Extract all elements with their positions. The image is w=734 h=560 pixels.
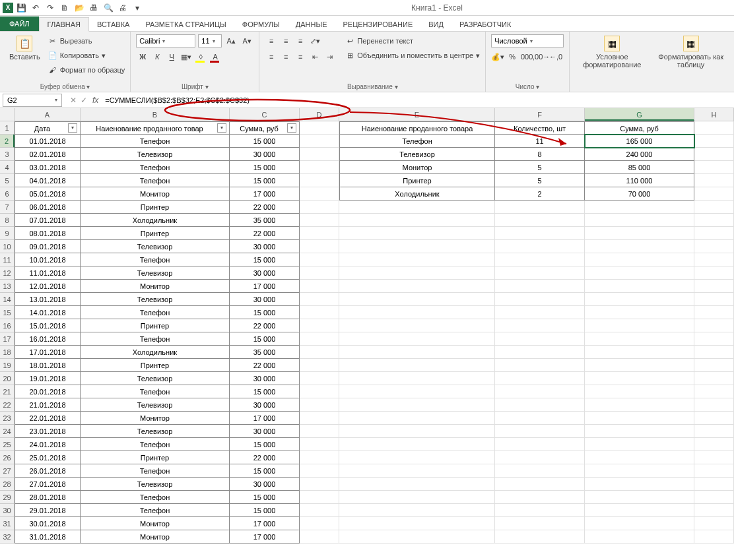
cell[interactable] bbox=[694, 504, 734, 517]
cell[interactable] bbox=[300, 451, 339, 464]
filter-dropdown-icon[interactable]: ▾ bbox=[217, 123, 226, 133]
cell[interactable]: 29.01.2018 bbox=[15, 504, 81, 517]
cell[interactable] bbox=[694, 425, 734, 438]
cell[interactable]: Телевизор bbox=[81, 266, 230, 280]
cell[interactable] bbox=[300, 359, 339, 372]
row-header[interactable]: 26 bbox=[0, 451, 15, 464]
cell[interactable] bbox=[694, 412, 734, 425]
formula-input[interactable] bbox=[102, 94, 734, 107]
border-button[interactable]: ▦▾ bbox=[180, 50, 193, 63]
cell[interactable] bbox=[694, 266, 734, 280]
cell[interactable]: Телефон bbox=[81, 161, 230, 174]
cell[interactable]: 35 000 bbox=[230, 346, 300, 359]
cell[interactable] bbox=[585, 280, 694, 293]
align-bottom-icon[interactable]: ≡ bbox=[294, 34, 307, 47]
cell[interactable] bbox=[300, 464, 339, 478]
cell[interactable] bbox=[585, 306, 694, 319]
cell[interactable] bbox=[339, 372, 495, 385]
row-header[interactable]: 9 bbox=[0, 227, 15, 240]
tab-data[interactable]: ДАННЫЕ bbox=[288, 18, 335, 31]
row-header[interactable]: 20 bbox=[0, 372, 15, 385]
cell[interactable]: 165 000 bbox=[585, 135, 694, 148]
cell[interactable] bbox=[694, 530, 734, 544]
cell[interactable]: Телефон bbox=[81, 491, 230, 504]
italic-button[interactable]: К bbox=[150, 50, 164, 63]
cut-button[interactable]: ✂Вырезать bbox=[48, 34, 125, 47]
cell[interactable]: 13.01.2018 bbox=[15, 293, 81, 306]
row-header[interactable]: 14 bbox=[0, 293, 15, 306]
cell[interactable] bbox=[339, 359, 495, 372]
cell[interactable] bbox=[300, 530, 339, 544]
cell[interactable] bbox=[339, 491, 495, 504]
cell[interactable]: Монитор bbox=[81, 187, 230, 201]
cell[interactable]: 11 bbox=[495, 135, 585, 148]
cell[interactable] bbox=[495, 266, 585, 280]
decrease-font-icon[interactable]: A▾ bbox=[240, 34, 253, 47]
cell[interactable]: Наиенование проданного товар▾ bbox=[81, 121, 230, 135]
cell[interactable] bbox=[585, 214, 694, 227]
cell[interactable] bbox=[495, 438, 585, 451]
cell[interactable]: 30 000 bbox=[230, 240, 300, 253]
cell[interactable]: Сумма, руб▾ bbox=[230, 121, 300, 135]
cell[interactable]: Телефон bbox=[81, 306, 230, 319]
cell[interactable] bbox=[585, 201, 694, 214]
cell[interactable] bbox=[694, 227, 734, 240]
cell[interactable]: Телефон bbox=[81, 504, 230, 517]
cell[interactable] bbox=[585, 372, 694, 385]
cell[interactable]: 17.01.2018 bbox=[15, 346, 81, 359]
cell[interactable] bbox=[694, 385, 734, 398]
cell[interactable] bbox=[339, 451, 495, 464]
cell[interactable] bbox=[495, 464, 585, 478]
cell[interactable] bbox=[495, 201, 585, 214]
cell[interactable]: 35 000 bbox=[230, 214, 300, 227]
cell[interactable] bbox=[339, 438, 495, 451]
select-all-corner[interactable] bbox=[0, 108, 15, 121]
row-header[interactable]: 10 bbox=[0, 240, 15, 253]
save-icon[interactable]: 💾 bbox=[16, 3, 26, 13]
cell[interactable] bbox=[300, 412, 339, 425]
print-icon[interactable]: 🖶 bbox=[88, 3, 99, 13]
tab-formulas[interactable]: ФОРМУЛЫ bbox=[234, 18, 288, 31]
cell[interactable] bbox=[339, 517, 495, 530]
cell[interactable] bbox=[300, 148, 339, 161]
cell[interactable]: Холодильник bbox=[81, 214, 230, 227]
cell[interactable]: 22 000 bbox=[230, 201, 300, 214]
cell[interactable]: Телефон bbox=[339, 135, 495, 148]
cell[interactable] bbox=[495, 319, 585, 332]
cell[interactable] bbox=[694, 280, 734, 293]
cell[interactable]: 17 000 bbox=[230, 187, 300, 201]
cell[interactable]: 30 000 bbox=[230, 293, 300, 306]
cell[interactable] bbox=[300, 504, 339, 517]
cell[interactable]: 09.01.2018 bbox=[15, 240, 81, 253]
cell[interactable]: 31.01.2018 bbox=[15, 530, 81, 544]
cell[interactable] bbox=[300, 174, 339, 187]
cell[interactable]: 10.01.2018 bbox=[15, 253, 81, 266]
cell[interactable] bbox=[300, 319, 339, 332]
align-right-icon[interactable]: ≡ bbox=[294, 50, 307, 63]
cell[interactable]: 17 000 bbox=[230, 530, 300, 544]
font-size-combo[interactable]: 11▾ bbox=[198, 34, 222, 47]
cell[interactable] bbox=[300, 306, 339, 319]
cell[interactable]: Принтер bbox=[81, 359, 230, 372]
cell[interactable]: 15 000 bbox=[230, 385, 300, 398]
cell[interactable] bbox=[694, 253, 734, 266]
align-center-icon[interactable]: ≡ bbox=[279, 50, 292, 63]
tab-home[interactable]: ГЛАВНАЯ bbox=[39, 17, 89, 32]
cell[interactable] bbox=[694, 201, 734, 214]
cell[interactable] bbox=[585, 412, 694, 425]
cell[interactable] bbox=[339, 266, 495, 280]
cell[interactable]: Телевизор bbox=[81, 240, 230, 253]
format-painter-button[interactable]: 🖌Формат по образцу bbox=[48, 63, 125, 77]
cell[interactable] bbox=[300, 372, 339, 385]
cell[interactable]: 30 000 bbox=[230, 425, 300, 438]
paste-button[interactable]: 📋 Вставить bbox=[5, 34, 44, 62]
cell[interactable]: 12.01.2018 bbox=[15, 280, 81, 293]
cell[interactable]: 5 bbox=[495, 174, 585, 187]
cell[interactable] bbox=[339, 319, 495, 332]
orientation-icon[interactable]: ⤢▾ bbox=[308, 34, 321, 47]
cell[interactable]: 22 000 bbox=[230, 451, 300, 464]
cell[interactable]: Холодильник bbox=[339, 187, 495, 201]
cell[interactable]: Монитор bbox=[81, 530, 230, 544]
cell[interactable] bbox=[339, 201, 495, 214]
fill-color-button[interactable]: ◊ bbox=[194, 50, 207, 63]
